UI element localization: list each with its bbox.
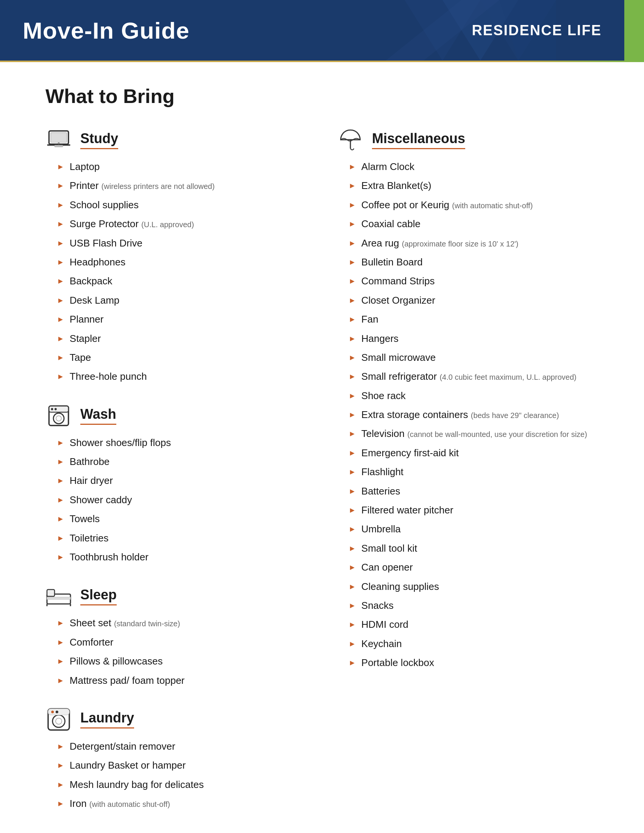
svg-rect-18 bbox=[47, 590, 55, 597]
list-item: ►Tape bbox=[57, 351, 307, 364]
svg-point-26 bbox=[56, 711, 58, 713]
list-item: ►Small tool kit bbox=[349, 542, 599, 555]
wash-icon bbox=[45, 402, 72, 429]
main-content: What to Bring Study bbox=[0, 62, 644, 833]
arrow-icon: ► bbox=[57, 779, 64, 790]
svg-point-12 bbox=[53, 413, 64, 424]
list-item: ►Bulletin Board bbox=[349, 255, 599, 269]
arrow-icon: ► bbox=[349, 371, 356, 382]
list-item: ►Backpack bbox=[57, 274, 307, 288]
arrow-icon: ► bbox=[349, 257, 356, 267]
header-title: Move-In Guide bbox=[23, 17, 189, 44]
arrow-icon: ► bbox=[57, 333, 64, 344]
list-item: ►Emergency first-aid kit bbox=[349, 446, 599, 460]
list-item: ►Extra Blanket(s) bbox=[349, 179, 599, 192]
laundry-item-list: ►Detergent/stain remover ►Laundry Basket… bbox=[45, 740, 307, 810]
laptop-icon bbox=[45, 127, 72, 153]
green-accent-bar bbox=[624, 0, 644, 61]
arrow-icon: ► bbox=[349, 638, 356, 649]
list-item: ►Television (cannot be wall-mounted, use… bbox=[349, 427, 599, 441]
list-item: ►Hangers bbox=[349, 332, 599, 345]
list-item: ►Shower shoes/flip flops bbox=[57, 436, 307, 449]
arrow-icon: ► bbox=[57, 238, 64, 248]
arrow-icon: ► bbox=[57, 741, 64, 752]
list-item: ►Sheet set (standard twin-size) bbox=[57, 616, 307, 630]
list-item: ►School supplies bbox=[57, 198, 307, 212]
list-item: ►Small microwave bbox=[349, 351, 599, 364]
header-branding: RESIDENCE LIFE bbox=[472, 23, 602, 39]
list-item: ►Batteries bbox=[349, 484, 599, 498]
arrow-icon: ► bbox=[349, 543, 356, 553]
study-item-list: ►Laptop ►Printer (wireless printers are … bbox=[45, 160, 307, 384]
arrow-icon: ► bbox=[349, 180, 356, 191]
svg-rect-8 bbox=[54, 145, 63, 147]
arrow-icon: ► bbox=[57, 475, 64, 486]
right-column: Miscellaneous ►Alarm Clock ►Extra Blanke… bbox=[337, 127, 599, 830]
list-item: ►Comforter bbox=[57, 635, 307, 649]
list-item: ►Toothbrush holder bbox=[57, 550, 307, 564]
arrow-icon: ► bbox=[57, 161, 64, 172]
section-sleep-title: Sleep bbox=[80, 587, 117, 605]
misc-item-list: ►Alarm Clock ►Extra Blanket(s) ►Coffee p… bbox=[337, 160, 599, 670]
arrow-icon: ► bbox=[57, 314, 64, 325]
arrow-icon: ► bbox=[349, 314, 356, 325]
section-misc: Miscellaneous ►Alarm Clock ►Extra Blanke… bbox=[337, 127, 599, 670]
umbrella-icon bbox=[337, 127, 364, 153]
arrow-icon: ► bbox=[349, 276, 356, 286]
arrow-icon: ► bbox=[57, 656, 64, 666]
list-item: ►Cleaning supplies bbox=[349, 580, 599, 593]
section-wash-header: Wash bbox=[45, 402, 307, 429]
arrow-icon: ► bbox=[349, 428, 356, 439]
list-item: ►Laptop bbox=[57, 160, 307, 174]
list-item: ►Printer (wireless printers are not allo… bbox=[57, 179, 307, 192]
svg-point-23 bbox=[56, 718, 62, 724]
list-item: ►Shoe rack bbox=[349, 389, 599, 402]
arrow-icon: ► bbox=[349, 295, 356, 306]
arrow-icon: ► bbox=[57, 371, 64, 382]
list-item: ►Bathrobe bbox=[57, 455, 307, 468]
content-columns: Study ►Laptop ►Printer (wireless printer… bbox=[45, 127, 599, 830]
list-item: ►Mattress pad/ foam topper bbox=[57, 674, 307, 687]
list-item: ►Coffee pot or Keurig (with automatic sh… bbox=[349, 198, 599, 212]
residence-life-label: RESIDENCE LIFE bbox=[472, 23, 602, 39]
arrow-icon: ► bbox=[57, 437, 64, 448]
svg-rect-6 bbox=[51, 132, 67, 142]
list-item: ►Keychain bbox=[349, 637, 599, 651]
list-item: ►Command Strips bbox=[349, 274, 599, 288]
list-item: ►Extra storage containers (beds have 29"… bbox=[349, 408, 599, 421]
arrow-icon: ► bbox=[57, 760, 64, 770]
list-item: ►Flashlight bbox=[349, 465, 599, 479]
arrow-icon: ► bbox=[349, 238, 356, 248]
list-item: ►Coaxial cable bbox=[349, 217, 599, 231]
list-item: ►Iron (with automatic shut-off) bbox=[57, 797, 307, 810]
list-item: ►Pillows & pillowcases bbox=[57, 654, 307, 668]
section-wash: Wash ►Shower shoes/flip flops ►Bathrobe … bbox=[45, 402, 307, 564]
page-header: Move-In Guide RESIDENCE LIFE bbox=[0, 0, 624, 61]
page-title: What to Bring bbox=[45, 85, 599, 108]
list-item: ►Small refrigerator (4.0 cubic feet maxi… bbox=[349, 370, 599, 383]
list-item: ►Closet Organizer bbox=[349, 293, 599, 307]
arrow-icon: ► bbox=[57, 180, 64, 191]
arrow-icon: ► bbox=[57, 513, 64, 524]
arrow-icon: ► bbox=[349, 505, 356, 515]
list-item: ►Toiletries bbox=[57, 531, 307, 545]
list-item: ►Filtered water pitcher bbox=[349, 503, 599, 517]
laundry-icon bbox=[45, 706, 72, 733]
section-misc-header: Miscellaneous bbox=[337, 127, 599, 153]
list-item: ►Headphones bbox=[57, 255, 307, 269]
list-item: ►Fan bbox=[349, 312, 599, 326]
section-wash-title: Wash bbox=[80, 406, 116, 425]
arrow-icon: ► bbox=[57, 352, 64, 363]
arrow-icon: ► bbox=[57, 219, 64, 229]
arrow-icon: ► bbox=[57, 798, 64, 809]
section-study: Study ►Laptop ►Printer (wireless printer… bbox=[45, 127, 307, 384]
section-laundry: Laundry ►Detergent/stain remover ►Laundr… bbox=[45, 706, 307, 810]
arrow-icon: ► bbox=[349, 562, 356, 572]
arrow-icon: ► bbox=[57, 495, 64, 505]
list-item: ►Detergent/stain remover bbox=[57, 740, 307, 753]
arrow-icon: ► bbox=[57, 456, 64, 467]
sleep-icon bbox=[45, 583, 72, 609]
arrow-icon: ► bbox=[57, 295, 64, 306]
arrow-icon: ► bbox=[349, 409, 356, 420]
list-item: ►Planner bbox=[57, 312, 307, 326]
